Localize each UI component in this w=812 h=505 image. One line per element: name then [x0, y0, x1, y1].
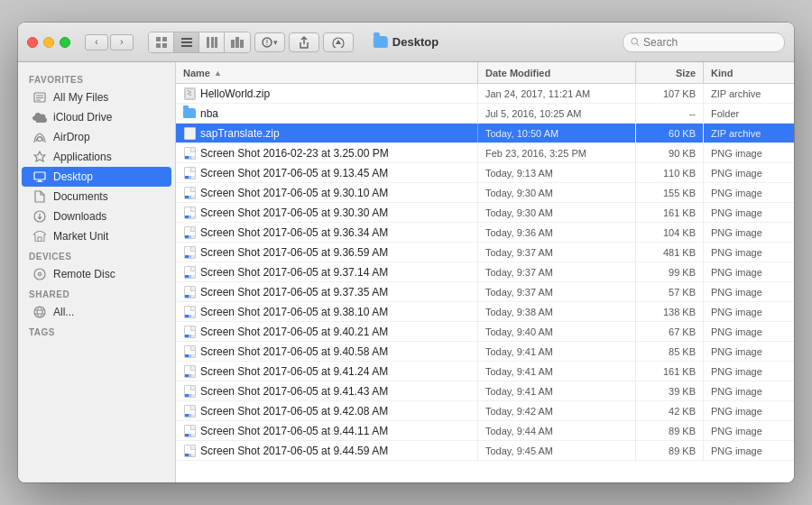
sidebar-item-market-unit[interactable]: Market Unit	[22, 226, 171, 246]
svg-rect-43	[188, 133, 189, 134]
sidebar-item-all-my-files[interactable]: All My Files	[22, 87, 171, 107]
share-button[interactable]	[289, 32, 319, 52]
search-input[interactable]	[643, 36, 777, 49]
file-name: Screen Shot 2017-06-05 at 9.30.30 AM	[176, 203, 478, 222]
file-date: Today, 9:30 AM	[478, 183, 636, 202]
applications-icon	[32, 150, 47, 164]
png-icon	[184, 246, 196, 259]
file-size: 110 KB	[636, 163, 704, 182]
png-icon	[184, 306, 196, 318]
svg-point-17	[632, 38, 637, 43]
file-kind: PNG image	[704, 282, 794, 301]
forward-button[interactable]: ›	[110, 34, 134, 50]
sort-arrow: ▲	[214, 69, 222, 78]
sidebar-item-label: iCloud Drive	[53, 111, 112, 124]
table-row[interactable]: Screen Shot 2017-06-05 at 9.38.10 AM Tod…	[176, 302, 794, 322]
svg-rect-14	[267, 40, 268, 43]
file-kind: PNG image	[704, 302, 794, 321]
maximize-button[interactable]	[60, 37, 70, 48]
table-row[interactable]: Screen Shot 2017-06-05 at 9.40.58 AM Tod…	[176, 342, 794, 362]
file-size: 161 KB	[636, 203, 704, 222]
file-type-icon	[183, 167, 196, 179]
table-row[interactable]: Screen Shot 2017-06-05 at 9.44.59 AM Tod…	[176, 441, 794, 461]
file-size: 85 KB	[636, 342, 704, 361]
traffic-lights	[27, 37, 70, 48]
sidebar-item-all-shared[interactable]: All...	[22, 302, 171, 322]
file-kind: PNG image	[704, 143, 794, 162]
png-icon	[184, 326, 196, 338]
file-date: Today, 9:41 AM	[478, 362, 636, 381]
table-row[interactable]: Screen Shot 2017-06-05 at 9.44.11 AM Tod…	[176, 421, 794, 441]
sidebar: Favorites All My Files iCloud Drive AirD…	[18, 62, 176, 482]
sidebar-item-remote-disc[interactable]: Remote Disc	[22, 264, 171, 284]
file-name-text: Screen Shot 2017-06-05 at 9.30.10 AM	[200, 187, 388, 199]
table-row[interactable]: Screen Shot 2017-06-05 at 9.30.30 AM Tod…	[176, 203, 794, 223]
file-name-text: Screen Shot 2017-06-05 at 9.30.30 AM	[200, 207, 388, 219]
table-row[interactable]: Screen Shot 2017-06-05 at 9.36.59 AM Tod…	[176, 243, 794, 262]
file-kind: PNG image	[704, 401, 794, 420]
table-row[interactable]: Screen Shot 2017-06-05 at 9.41.43 AM Tod…	[176, 381, 794, 401]
table-row[interactable]: Screen Shot 2017-06-05 at 9.37.35 AM Tod…	[176, 282, 794, 302]
file-name-text: nba	[200, 107, 218, 120]
back-button[interactable]: ‹	[85, 34, 108, 50]
svg-rect-2	[156, 43, 161, 48]
coverflow-view-button[interactable]	[225, 32, 250, 52]
file-kind: PNG image	[704, 441, 794, 460]
svg-rect-38	[188, 93, 189, 95]
zip-icon	[184, 87, 196, 100]
png-icon	[184, 445, 196, 457]
column-name-header[interactable]: Name ▲	[176, 62, 478, 83]
close-button[interactable]	[27, 37, 38, 48]
sidebar-item-desktop[interactable]: Desktop	[22, 167, 171, 187]
view-group	[148, 32, 251, 53]
table-row[interactable]: Screen Shot 2017-06-05 at 9.42.08 AM Tod…	[176, 401, 794, 421]
table-row[interactable]: Screen Shot 2017-06-05 at 9.36.34 AM Tod…	[176, 223, 794, 243]
table-row[interactable]: HelloWorld.zip Jan 24, 2017, 11:21 AM 10…	[176, 84, 794, 104]
file-date: Today, 9:36 AM	[478, 223, 636, 242]
list-view-button[interactable]	[174, 32, 199, 52]
file-kind: Folder	[704, 104, 794, 123]
titlebar: ‹ › ▾	[18, 23, 794, 62]
table-row[interactable]: Screen Shot 2017-06-05 at 9.13.45 AM Tod…	[176, 163, 794, 183]
file-date: Today, 9:40 AM	[478, 322, 636, 341]
search-icon	[631, 37, 640, 47]
table-row[interactable]: Screen Shot 2017-06-05 at 9.41.24 AM Tod…	[176, 362, 794, 381]
icon-view-button[interactable]	[149, 32, 174, 52]
sidebar-item-documents[interactable]: Documents	[22, 187, 171, 207]
file-kind: PNG image	[704, 342, 794, 361]
table-row[interactable]: Screen Shot 2017-06-05 at 9.40.21 AM Tod…	[176, 322, 794, 342]
file-name-text: Screen Shot 2017-06-05 at 9.40.58 AM	[200, 345, 388, 358]
eject-button[interactable]	[323, 32, 354, 52]
table-row[interactable]: Screen Shot 2016-02-23 at 3.25.00 PM Feb…	[176, 143, 794, 163]
file-kind: PNG image	[704, 243, 794, 262]
column-date-header[interactable]: Date Modified	[478, 62, 636, 83]
file-name-text: sapTranslate.zip	[200, 127, 280, 140]
file-size: 104 KB	[636, 223, 704, 242]
action-button[interactable]: ▾	[254, 32, 285, 52]
table-row[interactable]: Screen Shot 2017-06-05 at 9.30.10 AM Tod…	[176, 183, 794, 203]
table-row[interactable]: nba Jul 5, 2016, 10:25 AM -- Folder	[176, 104, 794, 124]
sidebar-item-applications[interactable]: Applications	[22, 147, 171, 167]
file-name: Screen Shot 2017-06-05 at 9.37.35 AM	[176, 282, 478, 301]
table-row[interactable]: sapTranslate.zip Today, 10:50 AM 60 KB Z…	[176, 124, 794, 143]
table-row[interactable]: Screen Shot 2017-06-05 at 9.37.14 AM Tod…	[176, 262, 794, 282]
minimize-button[interactable]	[43, 37, 54, 48]
file-name-text: Screen Shot 2017-06-05 at 9.44.11 AM	[200, 425, 388, 437]
column-view-button[interactable]	[199, 32, 225, 52]
search-bar[interactable]	[623, 32, 785, 52]
file-size: 42 KB	[636, 401, 704, 420]
file-size: 89 KB	[636, 441, 704, 460]
column-size-header[interactable]: Size	[636, 62, 704, 83]
sidebar-item-label: Market Unit	[53, 230, 108, 243]
column-kind-header[interactable]: Kind	[704, 62, 794, 83]
sidebar-item-icloud-drive[interactable]: iCloud Drive	[22, 107, 171, 127]
sidebar-item-downloads[interactable]: Downloads	[22, 207, 171, 226]
svg-rect-42	[189, 131, 191, 133]
file-name-text: HelloWorld.zip	[200, 87, 270, 100]
file-type-icon	[183, 147, 196, 160]
file-name-text: Screen Shot 2017-06-05 at 9.37.14 AM	[200, 266, 388, 279]
svg-rect-41	[188, 130, 189, 132]
sidebar-item-airdrop[interactable]: AirDrop	[22, 127, 171, 147]
toolbar-center: ▾	[148, 32, 354, 53]
file-date: Today, 9:13 AM	[478, 163, 636, 182]
